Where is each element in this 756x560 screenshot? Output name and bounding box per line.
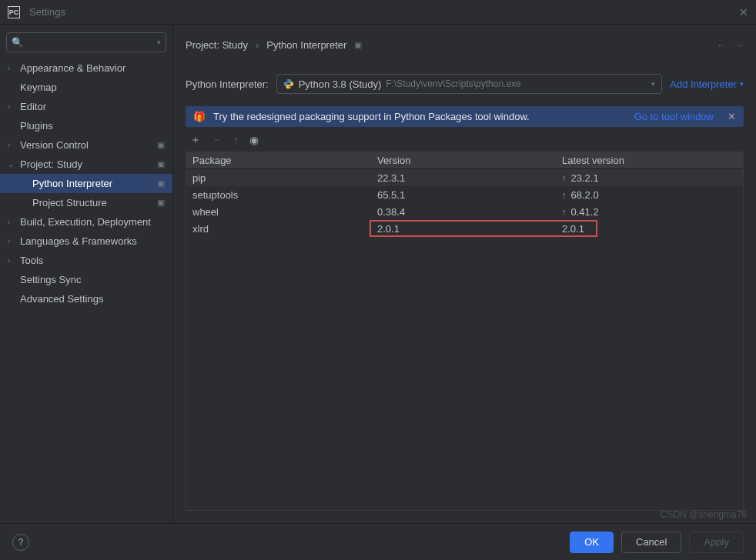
upgrade-package-button[interactable]: ↑ [233, 134, 239, 146]
main-panel: Project: Study › Python Interpreter ▣ ← … [173, 25, 756, 523]
chevron-right-icon: › [8, 64, 20, 72]
sidebar-item-settings-sync[interactable]: Settings Sync [0, 270, 172, 289]
interpreter-path: F:\Study\venv\Scripts\python.exe [386, 78, 520, 89]
chevron-right-icon: › [8, 218, 20, 226]
search-icon: 🔍 [12, 37, 23, 48]
cell-package: setuptools [186, 189, 371, 201]
cell-package: xlrd [186, 223, 371, 235]
table-row[interactable]: xlrd 2.0.1 2.0.1 [186, 220, 743, 237]
col-latest-header[interactable]: Latest version [556, 155, 743, 166]
col-version-header[interactable]: Version [371, 155, 556, 166]
show-early-releases-button[interactable]: ◉ [249, 134, 259, 146]
breadcrumb: Project: Study › Python Interpreter ▣ ← … [186, 34, 744, 55]
sidebar-item-editor[interactable]: ›Editor [0, 97, 172, 116]
remove-package-button[interactable]: － [212, 133, 222, 147]
close-icon[interactable]: ✕ [739, 6, 748, 18]
cell-version: 0.38.4 [371, 206, 556, 218]
search-dropdown-icon[interactable]: ▾ [157, 38, 161, 46]
sidebar-item-project-structure[interactable]: Project Structure▣ [0, 193, 172, 212]
table-row[interactable]: pip 22.3.1 ↑23.2.1 [186, 169, 743, 186]
title-bar: PC Settings ✕ [0, 0, 756, 25]
col-package-header[interactable]: Package [186, 155, 371, 166]
chevron-down-icon: ▾ [651, 80, 655, 88]
cell-latest: ↑23.2.1 [556, 172, 743, 184]
cell-version: 22.3.1 [371, 172, 556, 184]
sidebar-item-tools[interactable]: ›Tools [0, 251, 172, 270]
gift-icon: 🎁 [193, 111, 206, 122]
table-row[interactable]: wheel 0.38.4 ↑0.41.2 [186, 203, 743, 220]
table-row[interactable]: setuptools 65.5.1 ↑68.2.0 [186, 186, 743, 203]
project-badge-icon: ▣ [157, 178, 165, 188]
search-input[interactable] [26, 37, 157, 48]
project-badge-icon: ▣ [157, 159, 165, 169]
package-toolbar: ＋ － ↑ ◉ [186, 127, 744, 152]
back-icon[interactable]: ← [716, 39, 726, 51]
settings-tree: ›Appearance & Behavior Keymap ›Editor Pl… [0, 58, 172, 523]
upgrade-arrow-icon: ↑ [562, 190, 567, 199]
breadcrumb-item[interactable]: Python Interpreter [266, 39, 346, 51]
chevron-right-icon: › [8, 256, 20, 265]
cell-latest: ↑0.41.2 [556, 206, 743, 218]
sidebar-item-advanced[interactable]: Advanced Settings [0, 289, 172, 308]
apply-button: Apply [689, 532, 744, 553]
nav-arrows: ← → [716, 39, 744, 51]
interpreter-label: Python Interpreter: [186, 78, 269, 90]
dialog-footer: ? OK Cancel Apply [0, 523, 756, 560]
sidebar-item-appearance[interactable]: ›Appearance & Behavior [0, 58, 172, 78]
add-interpreter-link[interactable]: Add Interpreter▾ [670, 78, 744, 90]
banner-close-icon[interactable]: ✕ [728, 111, 736, 122]
table-body: pip 22.3.1 ↑23.2.1 setuptools 65.5.1 ↑68… [186, 169, 743, 237]
sidebar-item-plugins[interactable]: Plugins [0, 116, 172, 135]
banner-message: Try the redesigned packaging support in … [213, 111, 627, 122]
banner-link[interactable]: Go to tool window [634, 111, 714, 122]
cancel-button[interactable]: Cancel [621, 532, 681, 553]
cell-package: pip [186, 172, 371, 184]
cell-version: 2.0.1 [371, 223, 556, 235]
upgrade-arrow-icon: ↑ [562, 173, 567, 182]
sidebar-item-project[interactable]: ⌄Project: Study▣ [0, 155, 172, 174]
project-badge-icon: ▣ [157, 140, 165, 150]
window-title: Settings [29, 6, 65, 18]
chevron-down-icon: ▾ [740, 80, 744, 88]
cell-version: 65.5.1 [371, 189, 556, 201]
chevron-down-icon: ⌄ [8, 160, 20, 168]
ok-button[interactable]: OK [570, 532, 614, 553]
cell-package: wheel [186, 206, 371, 218]
python-icon [283, 78, 294, 89]
chevron-right-icon: › [8, 141, 20, 149]
forward-icon[interactable]: → [734, 39, 744, 51]
project-badge-icon: ▣ [354, 40, 362, 50]
cell-latest: 2.0.1 [556, 223, 743, 235]
chevron-right-icon: › [8, 102, 20, 111]
sidebar-item-keymap[interactable]: Keymap [0, 78, 172, 97]
interpreter-row: Python Interpreter: Python 3.8 (Study) F… [186, 74, 744, 94]
sidebar-item-version-control[interactable]: ›Version Control▣ [0, 135, 172, 155]
project-badge-icon: ▣ [157, 198, 165, 208]
search-input-wrapper[interactable]: 🔍 ▾ [6, 32, 166, 52]
chevron-right-icon: › [8, 237, 20, 245]
sidebar-item-python-interpreter[interactable]: Python Interpreter▣ [0, 174, 172, 193]
table-header: Package Version Latest version [186, 152, 743, 169]
cell-latest: ↑68.2.0 [556, 189, 743, 201]
packages-table: Package Version Latest version pip 22.3.… [186, 152, 744, 511]
interpreter-name: Python 3.8 (Study) [299, 78, 382, 90]
interpreter-select[interactable]: Python 3.8 (Study) F:\Study\venv\Scripts… [276, 74, 663, 94]
add-package-button[interactable]: ＋ [190, 133, 201, 147]
upgrade-arrow-icon: ↑ [562, 207, 567, 216]
info-banner: 🎁 Try the redesigned packaging support i… [186, 106, 744, 127]
help-button[interactable]: ? [12, 534, 29, 551]
sidebar-item-languages[interactable]: ›Languages & Frameworks [0, 232, 172, 251]
breadcrumb-separator-icon: › [256, 39, 259, 51]
sidebar-item-build[interactable]: ›Build, Execution, Deployment [0, 212, 172, 232]
settings-sidebar: 🔍 ▾ ›Appearance & Behavior Keymap ›Edito… [0, 25, 173, 523]
breadcrumb-item[interactable]: Project: Study [186, 39, 248, 51]
app-icon: PC [8, 6, 20, 18]
